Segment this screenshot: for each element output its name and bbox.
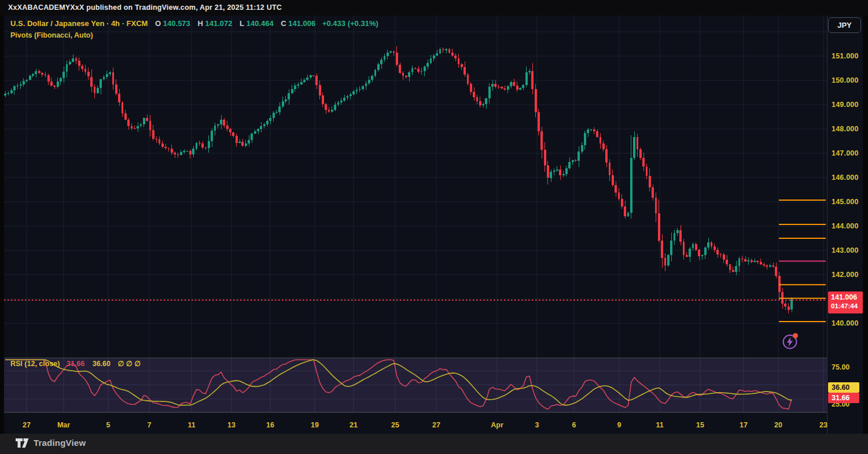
time-axis-label: 20 — [774, 421, 782, 429]
time-axis-label: 11 — [656, 421, 663, 429]
open-label: O — [155, 19, 161, 28]
change-value: +0.433 (+0.31%) — [322, 19, 378, 28]
price-axis-label: 145.000 — [832, 198, 859, 206]
time-axis-label: 3 — [535, 421, 539, 429]
price-axis-label: 146.000 — [832, 174, 859, 182]
rsi-title: RSI (12, close) — [10, 360, 60, 368]
last-price-label: 141.006 01:47:44 — [828, 291, 863, 313]
time-axis-label: 21 — [350, 421, 358, 429]
boost-button — [784, 333, 799, 349]
price-axis-label: 148.000 — [832, 125, 859, 133]
rsi-hidden-values: ∅ ∅ ∅ — [117, 360, 141, 368]
low-label: L — [240, 19, 244, 28]
symbol-legend[interactable]: U.S. Dollar / Japanese Yen · 4h · FXCM O… — [10, 19, 378, 29]
tradingview-logo[interactable]: TradingView — [16, 438, 86, 448]
close-value: 141.006 — [288, 19, 315, 28]
footer-bar — [0, 434, 868, 454]
time-axis-label: Apr — [491, 421, 503, 429]
high-value: 141.072 — [205, 19, 232, 28]
tradingview-logo-text: TradingView — [34, 438, 86, 448]
open-value: 140.573 — [163, 19, 190, 28]
time-axis-label: 27 — [23, 421, 31, 429]
high-label: H — [197, 19, 203, 28]
rsi-value: 31.66 — [67, 360, 84, 368]
price-axis-label: 142.000 — [832, 271, 859, 279]
price-axis-label: 143.000 — [832, 246, 859, 254]
rsi-ma-price-label: 36.60 — [828, 382, 859, 393]
time-axis-label: 15 — [696, 421, 704, 429]
time-axis-label: 27 — [432, 421, 440, 429]
indicator-legend-pivots[interactable]: Pivots (Fibonacci, Auto) — [10, 31, 93, 39]
price-axis-label: 149.000 — [832, 101, 859, 109]
tradingview-logo-icon — [16, 438, 29, 448]
time-axis-label: 5 — [106, 421, 111, 429]
price-axis-label: 144.000 — [832, 222, 859, 230]
last-price-value: 141.006 — [831, 293, 863, 302]
time-axis-label: 6 — [572, 421, 576, 429]
time-axis-label: 9 — [617, 421, 621, 429]
low-value: 140.464 — [247, 19, 274, 28]
close-label: C — [281, 19, 286, 28]
currency-button[interactable]: JPY — [828, 17, 861, 33]
time-axis-label: 16 — [266, 421, 274, 429]
time-axis-label: 25 — [391, 421, 399, 429]
rsi-ma-value: 36.60 — [93, 360, 111, 368]
price-axis-label: 147.000 — [832, 149, 859, 157]
time-axis-label: 17 — [740, 421, 748, 429]
price-axis-label: 151.000 — [832, 52, 859, 60]
time-axis-label: 13 — [227, 421, 236, 429]
time-axis-label: 23 — [819, 421, 827, 429]
price-chart[interactable] — [0, 0, 868, 454]
price-axis-label: 140.000 — [832, 319, 859, 327]
rsi-legend[interactable]: RSI (12, close) 31.66 36.60 ∅ ∅ ∅ — [10, 359, 141, 368]
time-axis-label: 19 — [311, 421, 319, 429]
published-chart-page: XxXABACADEMYXxX published on TradingView… — [0, 0, 868, 454]
rsi-axis-top-label: 75.00 — [832, 363, 849, 371]
price-axis-label: 150.000 — [832, 76, 859, 84]
rsi-price-label: 31.66 — [828, 393, 859, 403]
time-axis-label: Mar — [57, 421, 70, 429]
time-axis-label: 11 — [187, 421, 195, 429]
time-axis-label: 7 — [148, 421, 152, 429]
bar-countdown: 01:47:44 — [831, 302, 863, 311]
symbol-title[interactable]: U.S. Dollar / Japanese Yen · 4h · FXCM — [10, 19, 148, 28]
